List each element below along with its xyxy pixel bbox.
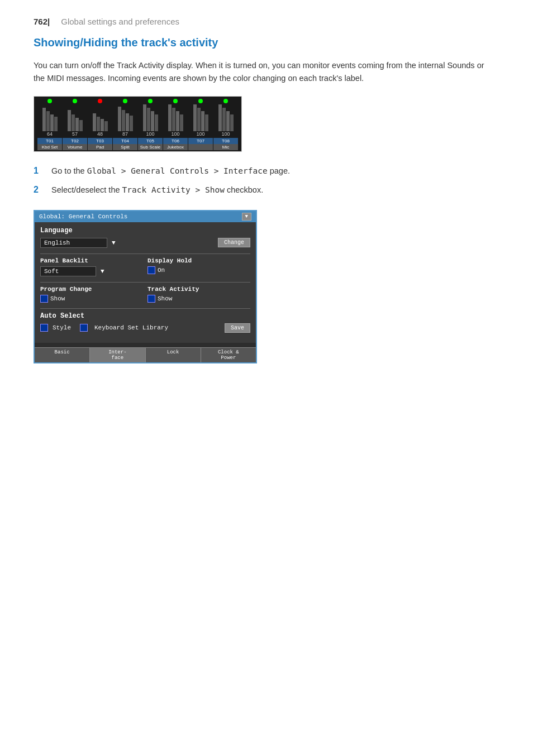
auto-select-checkbox[interactable] (40, 324, 48, 332)
panel-bottom-tabs: Basic Inter-face Lock Clock &Power (35, 347, 256, 362)
track-activity-show: Show (158, 295, 172, 302)
panel-title-text: Global: General Controls (39, 213, 127, 220)
backlit-row: ▼ (40, 266, 143, 276)
track-activity-checkbox-area: Show (147, 295, 250, 303)
track-label-t05: T05 (138, 138, 163, 144)
display-hold-checkbox-area: On (147, 266, 250, 274)
program-change-section: Program Change Show (40, 286, 143, 303)
page-subtitle: Global settings and preferences (61, 17, 179, 26)
track-name-mic: Mic (213, 144, 238, 150)
display-hold-label: Display Hold (147, 257, 250, 264)
keyboard-set-library-icon (80, 324, 88, 332)
track-activity-image: 64 57 48 (34, 96, 242, 152)
program-track-row: Program Change Show Track Activity Show (40, 286, 250, 303)
tab-interface[interactable]: Inter-face (90, 348, 145, 362)
tab-lock[interactable]: Lock (146, 348, 201, 362)
track-label-t02: T02 (63, 138, 87, 144)
track-name-jukebox: Jukebox (163, 144, 188, 150)
backlit-label: Panel Backlit (40, 257, 143, 264)
page-number: 762| (34, 17, 50, 26)
track-cell-5: 100 (138, 99, 163, 137)
language-row: ▼ Change (40, 238, 250, 248)
body-paragraph: You can turn on/off the Track Activity d… (34, 59, 492, 85)
panel-title-bar: Global: General Controls ▼ (35, 211, 256, 222)
step-1-path: Global > General Controls > Interface (87, 166, 268, 175)
language-change-button[interactable]: Change (218, 238, 250, 247)
tab-clock-power[interactable]: Clock &Power (201, 348, 256, 362)
global-general-controls-panel: Global: General Controls ▼ Language ▼ Ch… (34, 210, 257, 363)
track-name-t07 (188, 144, 213, 150)
auto-select-label: Auto Select (40, 312, 250, 320)
track-label-t01: T01 (37, 138, 62, 144)
display-hold-value: On (158, 267, 165, 274)
track-names-row: Kbd Set Volume Pad Split Sub Scale Jukeb… (37, 144, 238, 150)
track-name-subscale: Sub Scale (138, 144, 163, 150)
track-cell-7: 100 (188, 99, 213, 137)
track-name-pad: Pad (88, 144, 112, 150)
auto-select-row: Style Keyboard Set Library Save (40, 323, 250, 333)
track-label-t07: T07 (188, 138, 213, 144)
program-change-checkbox[interactable] (40, 295, 48, 303)
panel-backlit-section: Panel Backlit ▼ (40, 257, 143, 276)
track-name-split: Split (113, 144, 137, 150)
step-text-1: Go to the Global > General Controls > In… (51, 165, 290, 178)
save-button[interactable]: Save (225, 323, 250, 333)
section-heading: Showing/Hiding the track's activity (34, 36, 499, 49)
language-label: Language (40, 227, 250, 235)
track-cell-8: 100 (213, 99, 238, 137)
track-activity-section: Track Activity Show (147, 286, 250, 303)
track-cell-3: 48 (88, 99, 112, 137)
language-section: Language ▼ Change (40, 227, 250, 248)
step-2: 2 Select/deselect the Track Activity > S… (34, 184, 499, 197)
track-cell-6: 100 (163, 99, 188, 137)
display-hold-checkbox[interactable] (147, 266, 155, 274)
panel-title-btn[interactable]: ▼ (242, 213, 251, 221)
step-1: 1 Go to the Global > General Controls > … (34, 165, 499, 178)
backlit-dropdown-arrow[interactable]: ▼ (101, 268, 104, 275)
track-name-volume: Volume (63, 144, 87, 150)
tab-basic[interactable]: Basic (35, 348, 90, 362)
step-number-2: 2 (34, 185, 42, 195)
track-label-t06: T06 (163, 138, 188, 144)
language-input[interactable] (40, 238, 107, 248)
backlit-input[interactable] (40, 266, 96, 276)
auto-select-style: Style (53, 324, 71, 331)
program-change-show: Show (50, 295, 65, 302)
keyboard-set-library-label: Keyboard Set Library (94, 324, 168, 331)
display-hold-section: Display Hold On (147, 257, 250, 276)
program-change-checkbox-area: Show (40, 295, 143, 303)
language-dropdown-arrow[interactable]: ▼ (112, 240, 116, 246)
program-change-label: Program Change (40, 286, 143, 293)
backlit-displayhold-row: Panel Backlit ▼ Display Hold On (40, 257, 250, 276)
panel-body: Language ▼ Change Panel Backlit ▼ Displa (35, 222, 256, 343)
page-header: 762| Global settings and preferences (34, 17, 499, 26)
step-2-path: Track Activity > Show (122, 185, 225, 194)
track-cell-1: 64 (37, 99, 62, 137)
track-labels-row: T01 T02 T03 T04 T05 T06 T07 T08 (37, 138, 238, 144)
track-cell-4: 87 (113, 99, 137, 137)
steps-list: 1 Go to the Global > General Controls > … (34, 165, 499, 197)
track-activity-checkbox[interactable] (147, 295, 155, 303)
track-label-t08: T08 (213, 138, 238, 144)
track-activity-label: Track Activity (147, 286, 250, 293)
step-number-1: 1 (34, 166, 42, 176)
track-cell-2: 57 (63, 99, 87, 137)
track-label-t03: T03 (88, 138, 112, 144)
step-text-2: Select/deselect the Track Activity > Sho… (51, 184, 263, 197)
track-label-t04: T04 (113, 138, 137, 144)
auto-select-section: Auto Select Style Keyboard Set Library S… (40, 312, 250, 333)
track-name-kbdset: Kbd Set (37, 144, 62, 150)
